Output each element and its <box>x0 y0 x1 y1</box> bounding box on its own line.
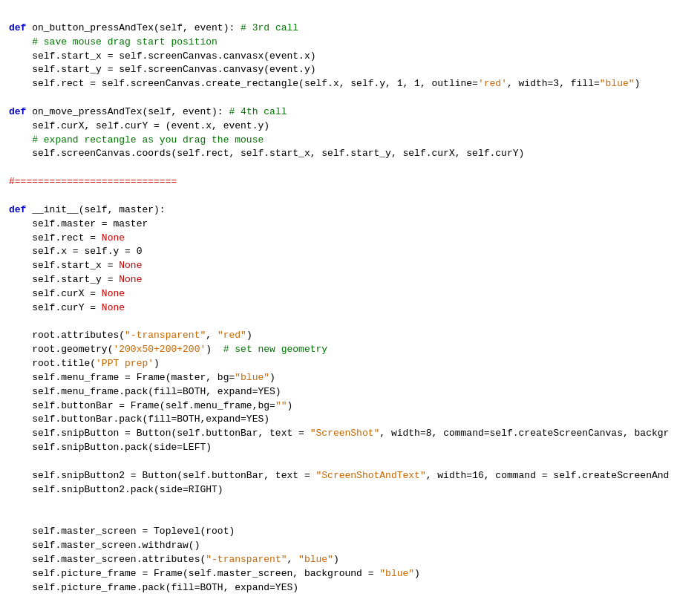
line-1: def on_button_pressAndTex(self, event): … <box>9 22 669 608</box>
code-editor: def on_button_pressAndTex(self, event): … <box>0 0 700 608</box>
